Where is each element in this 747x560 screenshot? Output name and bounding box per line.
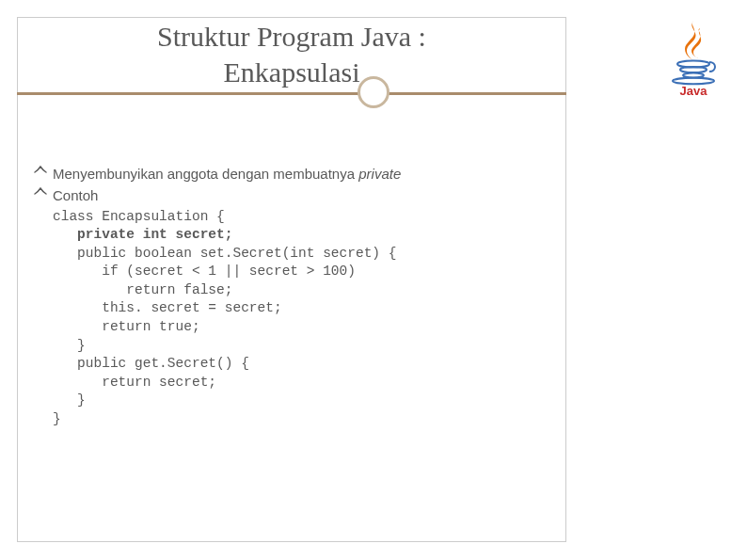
code-block: class Encapsulation { private int secret… — [53, 208, 549, 429]
title-circle-badge — [358, 76, 389, 108]
bullet-text: Menyembunyikan anggota dengan membuatnya… — [53, 165, 401, 184]
code-line: return false; — [53, 282, 232, 297]
code-line: if (secret < 1 || secret > 100) — [53, 264, 356, 279]
slide-title: Struktur Program Java : Enkapsulasi — [17, 19, 566, 89]
code-line: return secret; — [53, 375, 216, 390]
code-line: } — [53, 338, 86, 353]
code-line: public boolean set.Secret(int secret) { — [53, 246, 396, 261]
accent-bar — [17, 92, 566, 95]
java-logo-icon: Java — [662, 15, 724, 98]
title-line-1: Struktur Program Java : — [157, 21, 426, 52]
code-line: } — [53, 392, 86, 408]
svg-text:Java: Java — [680, 84, 708, 98]
bullet-glyph-icon — [34, 165, 53, 184]
bullet-list: Menyembunyikan anggota dengan membuatnya… — [34, 165, 549, 428]
code-line: } — [53, 411, 61, 426]
title-line-2: Enkapsulasi — [224, 56, 360, 88]
code-line: this. secret = secret; — [53, 300, 282, 315]
bullet-text-prefix: Menyembunyikan anggota dengan membuatnya — [53, 166, 358, 182]
code-line: return true; — [53, 319, 200, 334]
bullet-item: Contoh — [34, 186, 549, 206]
code-line: private int secret; — [53, 227, 232, 242]
bullet-text-prefix: Contoh — [53, 187, 98, 203]
bullet-item: Menyembunyikan anggota dengan membuatnya… — [34, 165, 549, 184]
bullet-text: Contoh — [53, 186, 98, 205]
bullet-text-italic: private — [358, 166, 401, 182]
svg-point-1 — [680, 67, 707, 72]
code-line: public get.Secret() { — [53, 356, 249, 371]
code-line: class Encapsulation { — [53, 209, 225, 224]
java-logo: Java — [662, 15, 724, 98]
bullet-glyph-icon — [34, 186, 53, 206]
svg-point-2 — [683, 73, 704, 78]
